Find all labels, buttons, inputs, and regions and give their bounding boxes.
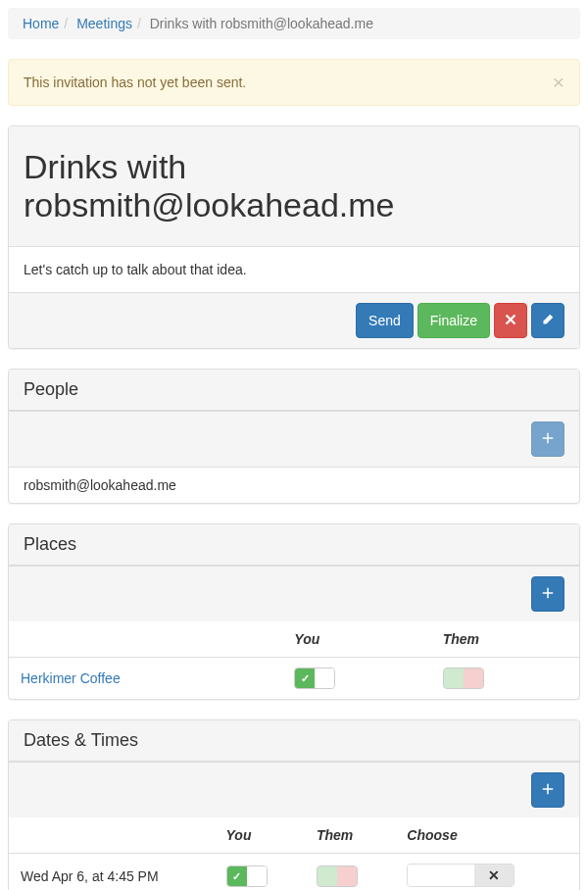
person-item: robsmith@lookahead.me xyxy=(9,468,579,503)
place-row: Herkimer Coffee ✓ xyxy=(9,658,579,700)
plus-icon xyxy=(542,782,554,798)
edit-button[interactable] xyxy=(531,303,564,338)
close-icon: ✕ xyxy=(488,867,500,883)
choose-toggle[interactable]: ✕ xyxy=(407,864,514,887)
col-choose: Choose xyxy=(395,817,579,854)
places-panel: Places You Them Herkimer Coffee ✓ xyxy=(8,523,580,700)
people-title: People xyxy=(24,379,564,400)
check-icon: ✓ xyxy=(301,672,310,685)
dates-table: You Them Choose Wed Apr 6, at 4:45 PM ✓ … xyxy=(9,817,579,890)
delete-button[interactable] xyxy=(494,303,527,338)
breadcrumb-current: Drinks with robsmith@lookahead.me xyxy=(132,16,373,31)
people-list: robsmith@lookahead.me xyxy=(9,467,579,503)
send-button[interactable]: Send xyxy=(356,303,414,338)
breadcrumb: Home Meetings Drinks with robsmith@looka… xyxy=(8,8,580,39)
add-place-button[interactable] xyxy=(531,576,564,612)
col-them: Them xyxy=(431,621,579,658)
plus-icon xyxy=(542,431,554,447)
close-icon: × xyxy=(553,71,564,93)
place-link[interactable]: Herkimer Coffee xyxy=(21,670,121,686)
people-header: People xyxy=(9,370,579,411)
close-icon xyxy=(505,313,516,328)
check-icon: ✓ xyxy=(232,870,241,883)
date-label: Wed Apr 6, at 4:45 PM xyxy=(9,854,215,891)
col-them: Them xyxy=(305,817,395,854)
dates-title: Dates & Times xyxy=(24,730,564,751)
meeting-panel: Drinks with robsmith@lookahead.me Let's … xyxy=(8,125,580,349)
col-you: You xyxy=(215,817,305,854)
places-title: Places xyxy=(24,534,564,555)
meeting-title: Drinks with robsmith@lookahead.me xyxy=(24,148,564,224)
plus-icon xyxy=(542,586,554,602)
add-person-button[interactable] xyxy=(531,421,564,457)
pencil-icon xyxy=(542,313,554,328)
you-toggle[interactable]: ✓ xyxy=(226,865,268,887)
col-you: You xyxy=(282,621,430,658)
meeting-description: Let's catch up to talk about that idea. xyxy=(9,247,579,292)
date-row: Wed Apr 6, at 4:45 PM ✓ ✕ xyxy=(9,854,579,891)
dates-panel: Dates & Times You Them Choose Wed Apr 6,… xyxy=(8,719,580,890)
alert-close-button[interactable]: × xyxy=(553,72,564,92)
invitation-alert: This invitation has not yet been sent. × xyxy=(8,59,580,106)
them-toggle[interactable] xyxy=(317,865,358,887)
add-date-button[interactable] xyxy=(531,772,564,808)
people-panel: People robsmith@lookahead.me xyxy=(8,369,580,504)
meeting-header: Drinks with robsmith@lookahead.me xyxy=(9,126,579,247)
them-toggle[interactable] xyxy=(443,668,484,689)
places-table: You Them Herkimer Coffee ✓ xyxy=(9,621,579,699)
you-toggle[interactable]: ✓ xyxy=(294,668,335,689)
meeting-actions: Send Finalize xyxy=(9,292,579,348)
alert-text: This invitation has not yet been sent. xyxy=(24,74,246,90)
breadcrumb-home[interactable]: Home xyxy=(23,16,59,31)
breadcrumb-meetings[interactable]: Meetings xyxy=(76,16,132,31)
finalize-button[interactable]: Finalize xyxy=(417,303,490,338)
